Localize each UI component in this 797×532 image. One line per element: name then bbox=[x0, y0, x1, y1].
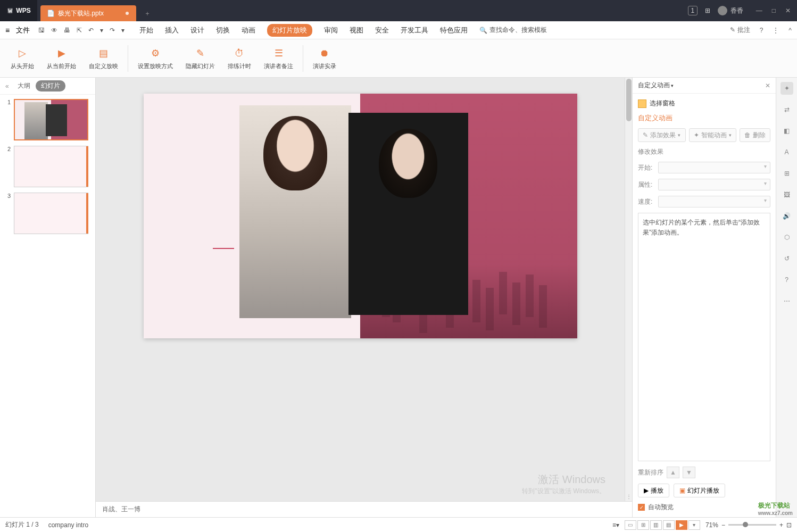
move-up-button[interactable]: ▲ bbox=[667, 467, 679, 478]
photo-left[interactable] bbox=[239, 105, 351, 318]
menu-1[interactable]: 插入 bbox=[165, 26, 179, 35]
auto-preview-checkbox[interactable]: ✓ 自动预览 bbox=[638, 503, 770, 512]
ribbon-设置放映方式[interactable]: ⚙设置放映方式 bbox=[131, 39, 179, 77]
tool-layout-icon[interactable]: ⊞ bbox=[781, 167, 793, 180]
slide-thumb-3[interactable]: 3 bbox=[4, 193, 91, 234]
user-account[interactable]: 香香 bbox=[718, 6, 743, 15]
help-dropdown-icon[interactable]: ⋮ bbox=[773, 27, 779, 34]
help-icon[interactable]: ? bbox=[760, 27, 763, 34]
scrollbar-menu-icon[interactable]: ⋮ bbox=[626, 494, 632, 500]
tool-design-icon[interactable]: ◧ bbox=[781, 124, 793, 137]
ribbon-自定义放映[interactable]: ▤自定义放映 bbox=[82, 39, 124, 77]
ribbon-从当前开始[interactable]: ▶从当前开始 bbox=[40, 39, 82, 77]
print-preview-icon[interactable]: 👁 bbox=[51, 27, 57, 34]
section-name[interactable]: company intro bbox=[48, 521, 88, 529]
ribbon-从头开始[interactable]: ▷从头开始 bbox=[4, 39, 40, 77]
move-down-button[interactable]: ▼ bbox=[683, 467, 695, 478]
slides-tab[interactable]: 幻灯片 bbox=[36, 80, 65, 92]
redo-dropdown-icon[interactable]: ▾ bbox=[121, 27, 124, 34]
menu-2[interactable]: 设计 bbox=[190, 26, 204, 35]
panel-close-button[interactable]: ✕ bbox=[765, 82, 770, 89]
minimize-button[interactable]: — bbox=[756, 7, 762, 14]
view-reading-button[interactable]: ▥ bbox=[650, 520, 662, 530]
document-tab[interactable]: 📄 极光下载站.pptx bbox=[40, 5, 136, 21]
menu-3[interactable]: 切换 bbox=[216, 26, 230, 35]
panel-title: 自定义动画 bbox=[638, 81, 670, 90]
add-tab-button[interactable]: ＋ bbox=[139, 5, 155, 21]
comment-button[interactable]: ✎ 批注 bbox=[730, 26, 750, 35]
user-name: 香香 bbox=[730, 6, 743, 15]
view-normal-button[interactable]: ▭ bbox=[625, 520, 636, 530]
photo-right[interactable] bbox=[348, 113, 468, 315]
start-select[interactable] bbox=[658, 162, 770, 173]
fit-button[interactable]: ⊡ bbox=[786, 521, 792, 529]
vertical-scrollbar[interactable]: ⋮ bbox=[625, 78, 632, 501]
add-effect-button[interactable]: ✎添加效果▾ bbox=[638, 128, 686, 142]
menu-7[interactable]: 视图 bbox=[350, 26, 363, 35]
save-icon[interactable]: 🖫 bbox=[38, 27, 45, 34]
file-menu[interactable]: 文件 bbox=[16, 26, 30, 35]
view-sorter-button[interactable]: ⊞ bbox=[637, 520, 649, 530]
app-store-icon[interactable]: ⊞ bbox=[705, 7, 710, 14]
print-icon[interactable]: 🖶 bbox=[64, 27, 70, 34]
zoom-in-button[interactable]: + bbox=[779, 521, 783, 529]
zoom-out-button[interactable]: − bbox=[721, 521, 725, 529]
ribbon-排练计时[interactable]: ⏱排练计时 bbox=[221, 39, 258, 77]
menu-0[interactable]: 开始 bbox=[139, 26, 153, 35]
tool-animation-icon[interactable]: ✦ bbox=[781, 82, 793, 95]
tool-help-icon[interactable]: ? bbox=[781, 273, 793, 286]
tool-audio-icon[interactable]: 🔊 bbox=[781, 210, 793, 222]
notes-area[interactable]: 肖战、王一博 bbox=[96, 501, 632, 517]
menu-9[interactable]: 开发工具 bbox=[401, 26, 428, 35]
tool-shield-icon[interactable]: ⬡ bbox=[781, 231, 793, 244]
tool-transition-icon[interactable]: ⇄ bbox=[781, 103, 793, 116]
slide-thumb-1[interactable]: 1 bbox=[4, 99, 91, 140]
ribbon-演讲实录[interactable]: ⏺演讲实录 bbox=[306, 39, 343, 77]
ribbon-collapse-icon[interactable]: ^ bbox=[788, 27, 792, 34]
hamburger-icon[interactable]: ≡ bbox=[5, 26, 10, 35]
menu-6[interactable]: 审阅 bbox=[324, 26, 338, 35]
ribbon-icon: ⏺ bbox=[318, 46, 331, 60]
notification-badge[interactable]: 1 bbox=[688, 6, 698, 15]
undo-dropdown-icon[interactable]: ▾ bbox=[100, 27, 103, 34]
close-button[interactable]: ✕ bbox=[785, 7, 791, 14]
ribbon-隐藏幻灯片[interactable]: ✎隐藏幻灯片 bbox=[179, 39, 221, 77]
property-select[interactable] bbox=[658, 179, 770, 190]
speed-select[interactable] bbox=[658, 196, 770, 207]
slide-thumb-2[interactable]: 2 bbox=[4, 146, 91, 187]
decorative-line bbox=[213, 248, 234, 249]
panel-collapse-icon[interactable]: « bbox=[5, 82, 9, 90]
wps-logo[interactable]: WPS bbox=[0, 0, 37, 21]
view-notes-button[interactable]: ▤ bbox=[663, 520, 675, 530]
notes-toggle-icon[interactable]: ≡▾ bbox=[612, 521, 619, 529]
menu-10[interactable]: 特色应用 bbox=[440, 26, 468, 35]
menu-5[interactable]: 幻灯片放映 bbox=[267, 24, 312, 37]
command-search[interactable]: 🔍 查找命令、搜索模板 bbox=[479, 26, 547, 35]
ribbon-演讲者备注[interactable]: ☰演讲者备注 bbox=[258, 39, 300, 77]
tool-text-icon[interactable]: A bbox=[781, 146, 793, 159]
outline-tab[interactable]: 大纲 bbox=[18, 81, 30, 90]
zoom-slider[interactable] bbox=[728, 524, 776, 526]
zoom-level[interactable]: 71% bbox=[705, 521, 718, 529]
titlebar: WPS 📄 极光下载站.pptx ＋ 1 ⊞ 香香 — □ ✕ bbox=[0, 0, 797, 21]
delete-button[interactable]: 🗑删除 bbox=[740, 128, 770, 142]
redo-icon[interactable]: ↷ bbox=[110, 27, 115, 34]
undo-icon[interactable]: ↶ bbox=[88, 27, 94, 34]
view-slideshow-dropdown[interactable]: ▾ bbox=[688, 520, 700, 530]
select-pane-link[interactable]: 选择窗格 bbox=[638, 99, 770, 108]
tool-more-icon[interactable]: ⋯ bbox=[781, 295, 793, 307]
view-slideshow-button[interactable]: ▶ bbox=[676, 520, 687, 530]
slide-canvas[interactable] bbox=[144, 94, 577, 338]
export-icon[interactable]: ⇱ bbox=[77, 27, 82, 34]
maximize-button[interactable]: □ bbox=[772, 7, 776, 14]
search-icon: 🔍 bbox=[479, 27, 487, 34]
smart-anim-button[interactable]: ✦智能动画▾ bbox=[689, 128, 737, 142]
menu-8[interactable]: 安全 bbox=[375, 26, 389, 35]
menu-4[interactable]: 动画 bbox=[242, 26, 255, 35]
slideshow-button[interactable]: ▣幻灯片播放 bbox=[674, 484, 725, 497]
scrollbar-thumb[interactable] bbox=[626, 79, 632, 121]
tool-image-icon[interactable]: 🖼 bbox=[781, 188, 793, 201]
tool-history-icon[interactable]: ↺ bbox=[781, 252, 793, 265]
play-button[interactable]: ▶播放 bbox=[638, 484, 669, 497]
slide-counter[interactable]: 幻灯片 1 / 3 bbox=[5, 520, 39, 529]
